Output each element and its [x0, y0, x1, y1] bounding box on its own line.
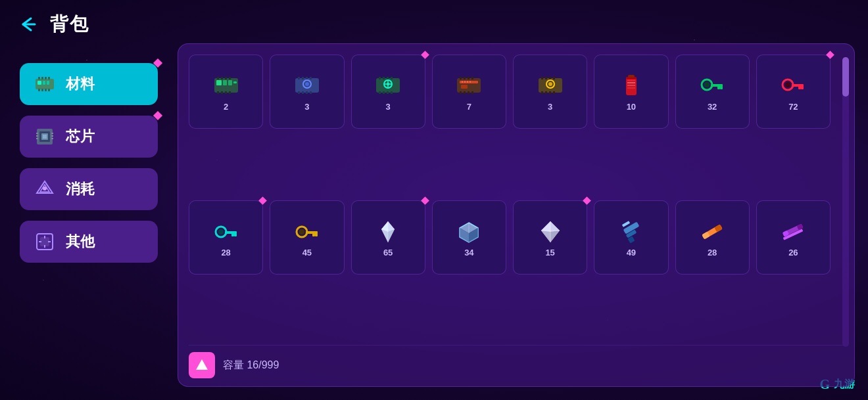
item-slot-11[interactable]: 65	[351, 200, 425, 275]
item-slot-6[interactable]: 10	[594, 55, 668, 129]
svg-rect-11	[45, 89, 47, 91]
header: 背包	[0, 0, 868, 43]
svg-rect-65	[379, 91, 381, 94]
svg-rect-94	[553, 91, 555, 94]
svg-rect-50	[306, 77, 308, 79]
materials-icon	[33, 72, 57, 96]
item-slot-4[interactable]: 7	[432, 55, 506, 129]
item-slot-9[interactable]: 28	[189, 200, 263, 275]
category-btn-consumables[interactable]: 消耗	[20, 168, 158, 210]
svg-rect-87	[541, 77, 543, 79]
backpack-button[interactable]	[189, 352, 215, 378]
svg-rect-49	[302, 77, 304, 79]
svg-rect-21	[51, 135, 53, 137]
others-label: 其他	[66, 232, 95, 252]
category-btn-chips[interactable]: 芯片	[20, 116, 158, 158]
item-icon-1	[212, 72, 241, 100]
item-diamond-11	[421, 196, 429, 205]
svg-rect-17	[36, 133, 38, 134]
item-count-12: 34	[464, 248, 473, 257]
svg-rect-97	[627, 82, 635, 83]
svg-rect-4	[47, 81, 49, 85]
back-button[interactable]	[16, 12, 39, 36]
item-count-6: 10	[627, 102, 636, 112]
inventory-grid: 2	[189, 55, 844, 340]
inventory-footer: 容量 16/999	[189, 345, 844, 378]
svg-rect-69	[457, 78, 481, 93]
svg-rect-48	[298, 77, 300, 79]
svg-rect-110	[798, 86, 801, 89]
category-btn-others[interactable]: 其他	[20, 221, 158, 263]
svg-rect-3	[43, 81, 45, 85]
category-btn-materials[interactable]: 材料	[20, 63, 158, 105]
svg-point-113	[218, 229, 224, 234]
item-slot-14[interactable]: 49	[594, 200, 668, 275]
item-slot-16[interactable]: 26	[756, 200, 831, 275]
item-slot-13[interactable]: 15	[513, 200, 587, 275]
svg-rect-111	[801, 86, 804, 89]
scrollbar[interactable]	[842, 57, 849, 347]
capacity-display: 容量 16/999	[223, 359, 279, 372]
item-slot-1[interactable]: 2	[189, 55, 263, 129]
item-icon-16	[779, 217, 808, 246]
item-count-14: 49	[627, 248, 636, 257]
item-slot-10[interactable]: 45	[270, 200, 344, 275]
svg-rect-35	[228, 80, 232, 85]
svg-rect-68	[391, 91, 393, 94]
svg-rect-98	[627, 85, 635, 86]
item-icon-2	[293, 72, 322, 100]
svg-point-86	[548, 82, 552, 86]
svg-rect-105	[717, 86, 720, 89]
svg-rect-44	[233, 81, 237, 83]
svg-rect-62	[383, 77, 385, 79]
item-icon-12	[454, 217, 483, 246]
app-container: 背包	[0, 0, 868, 400]
category-sidebar: 材料	[13, 50, 164, 387]
item-icon-8	[779, 72, 808, 100]
svg-rect-20	[51, 133, 53, 134]
svg-rect-89	[549, 77, 551, 79]
item-slot-3[interactable]: 3	[351, 55, 425, 129]
consumables-label: 消耗	[66, 179, 95, 199]
item-count-15: 28	[708, 248, 717, 257]
svg-rect-42	[225, 91, 227, 94]
others-icon	[33, 230, 57, 254]
item-diamond-9	[258, 196, 267, 205]
item-icon-11	[374, 217, 402, 246]
item-count-13: 15	[545, 248, 554, 257]
svg-rect-22	[51, 138, 53, 139]
item-slot-5[interactable]: 3	[513, 55, 587, 129]
item-icon-15	[698, 217, 727, 246]
item-slot-7[interactable]: 32	[675, 55, 750, 129]
svg-rect-39	[229, 77, 231, 79]
svg-point-108	[785, 82, 790, 87]
svg-rect-40	[217, 91, 219, 94]
scrollbar-thumb[interactable]	[842, 57, 849, 97]
item-icon-4	[454, 72, 483, 100]
item-diamond-13	[583, 196, 591, 205]
svg-rect-79	[471, 77, 473, 79]
svg-rect-81	[464, 91, 466, 94]
chips-icon	[33, 125, 57, 148]
item-slot-8[interactable]: 72	[756, 55, 831, 129]
svg-rect-18	[36, 135, 38, 137]
chips-label: 芯片	[66, 127, 95, 146]
svg-rect-41	[221, 91, 223, 94]
item-count-2: 3	[304, 102, 309, 112]
svg-rect-19	[36, 138, 38, 139]
svg-rect-54	[306, 91, 308, 94]
item-slot-12[interactable]: 34	[432, 200, 506, 275]
svg-rect-144	[622, 221, 630, 227]
item-count-16: 26	[788, 248, 798, 257]
svg-rect-2	[37, 81, 41, 85]
svg-rect-52	[298, 91, 300, 94]
svg-rect-6	[41, 77, 43, 79]
svg-rect-43	[229, 91, 231, 94]
svg-point-25	[43, 187, 47, 190]
item-slot-15[interactable]: 28	[675, 200, 750, 275]
item-slot-2[interactable]: 3	[270, 55, 344, 129]
svg-rect-37	[221, 77, 223, 79]
svg-rect-53	[302, 91, 304, 94]
item-count-4: 7	[467, 102, 471, 112]
svg-rect-51	[310, 77, 312, 79]
